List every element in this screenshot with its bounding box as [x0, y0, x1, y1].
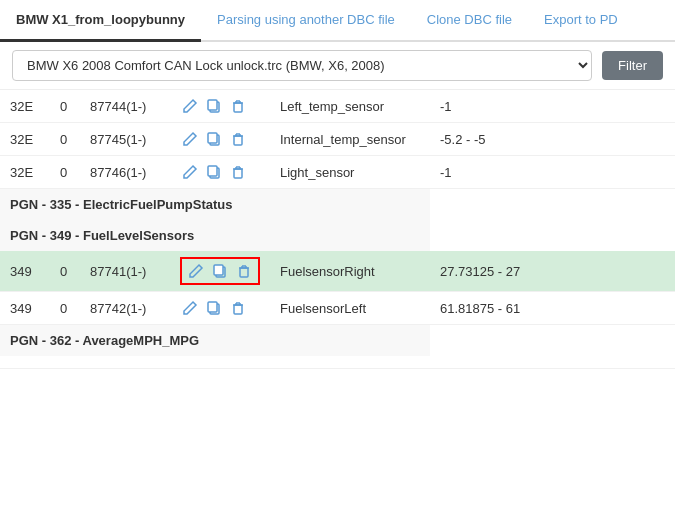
cell-actions	[170, 123, 270, 156]
table-area[interactable]: 32E087744(1-)Left_temp_sensor-132E087745…	[0, 90, 675, 514]
cell-value: 27.73125 - 27	[430, 251, 675, 292]
cell-ref: 87745(1-)	[80, 123, 170, 156]
copy-icon[interactable]	[204, 129, 224, 149]
data-table: 32E087744(1-)Left_temp_sensor-132E087745…	[0, 90, 675, 369]
cell-name: Left_temp_sensor	[270, 90, 430, 123]
cell-ref: 87741(1-)	[80, 251, 170, 292]
cell-id: 32E	[0, 123, 50, 156]
svg-rect-22	[214, 265, 223, 275]
edit-icon[interactable]	[186, 261, 206, 281]
cell-value	[430, 356, 675, 369]
cell-ref: 87742(1-)	[80, 292, 170, 325]
cell-id	[0, 356, 50, 369]
cell-name	[270, 356, 430, 369]
cell-count: 0	[50, 123, 80, 156]
action-icons	[180, 129, 260, 149]
cell-count: 0	[50, 251, 80, 292]
svg-rect-8	[208, 133, 217, 143]
edit-icon[interactable]	[180, 298, 200, 318]
section-row: PGN - 335 - ElectricFuelPumpStatus	[0, 189, 675, 221]
tab-bmw-x1[interactable]: BMW X1_from_loopybunny	[0, 0, 201, 42]
edit-icon[interactable]	[180, 162, 200, 182]
cell-value: -1	[430, 90, 675, 123]
cell-actions	[170, 292, 270, 325]
copy-icon[interactable]	[204, 96, 224, 116]
cell-name: Light_sensor	[270, 156, 430, 189]
delete-icon[interactable]	[228, 96, 248, 116]
section-row: PGN - 362 - AverageMPH_MPG	[0, 325, 675, 357]
filter-button[interactable]: Filter	[602, 51, 663, 80]
cell-count: 0	[50, 292, 80, 325]
cell-id: 32E	[0, 90, 50, 123]
svg-rect-29	[208, 302, 217, 312]
action-icons-highlighted	[180, 257, 260, 285]
table-row: 32E087746(1-)Light_sensor-1	[0, 156, 675, 189]
cell-name: FuelsensorLeft	[270, 292, 430, 325]
cell-id: 349	[0, 251, 50, 292]
copy-icon[interactable]	[204, 298, 224, 318]
action-icons	[180, 298, 260, 318]
cell-actions	[170, 251, 270, 292]
tab-parsing[interactable]: Parsing using another DBC file	[201, 0, 411, 42]
cell-actions	[170, 156, 270, 189]
copy-icon[interactable]	[204, 162, 224, 182]
delete-icon[interactable]	[234, 261, 254, 281]
tab-bar: BMW X1_from_loopybunny Parsing using ano…	[0, 0, 675, 42]
edit-icon[interactable]	[180, 96, 200, 116]
cell-actions	[170, 356, 270, 369]
svg-rect-9	[234, 136, 242, 145]
cell-name: Internal_temp_sensor	[270, 123, 430, 156]
svg-rect-16	[234, 169, 242, 178]
svg-rect-1	[208, 100, 217, 110]
cell-value: -1	[430, 156, 675, 189]
svg-rect-30	[234, 305, 242, 314]
svg-rect-23	[240, 268, 248, 277]
cell-count: 0	[50, 156, 80, 189]
svg-rect-2	[234, 103, 242, 112]
cell-actions	[170, 90, 270, 123]
cell-value: 61.81875 - 61	[430, 292, 675, 325]
cell-ref: 87744(1-)	[80, 90, 170, 123]
table-row: 32E087745(1-)Internal_temp_sensor-5.2 - …	[0, 123, 675, 156]
table-row	[0, 356, 675, 369]
table-row: 349087742(1-)FuelsensorLeft61.81875 - 61	[0, 292, 675, 325]
cell-ref	[80, 356, 170, 369]
cell-ref: 87746(1-)	[80, 156, 170, 189]
section-row: PGN - 349 - FuelLevelSensors	[0, 220, 675, 251]
table-row: 32E087744(1-)Left_temp_sensor-1	[0, 90, 675, 123]
cell-count	[50, 356, 80, 369]
delete-icon[interactable]	[228, 129, 248, 149]
cell-count: 0	[50, 90, 80, 123]
svg-rect-15	[208, 166, 217, 176]
cell-name: FuelsensorRight	[270, 251, 430, 292]
file-select[interactable]: BMW X6 2008 Comfort CAN Lock unlock.trc …	[12, 50, 592, 81]
cell-value: -5.2 - -5	[430, 123, 675, 156]
action-icons	[180, 162, 260, 182]
toolbar: BMW X6 2008 Comfort CAN Lock unlock.trc …	[0, 42, 675, 90]
action-icons	[180, 96, 260, 116]
delete-icon[interactable]	[228, 162, 248, 182]
edit-icon[interactable]	[180, 129, 200, 149]
cell-id: 32E	[0, 156, 50, 189]
cell-id: 349	[0, 292, 50, 325]
tab-export[interactable]: Export to PD	[528, 0, 618, 42]
tab-clone[interactable]: Clone DBC file	[411, 0, 528, 42]
delete-icon[interactable]	[228, 298, 248, 318]
table-row: 349087741(1-)FuelsensorRight27.73125 - 2…	[0, 251, 675, 292]
copy-icon[interactable]	[210, 261, 230, 281]
